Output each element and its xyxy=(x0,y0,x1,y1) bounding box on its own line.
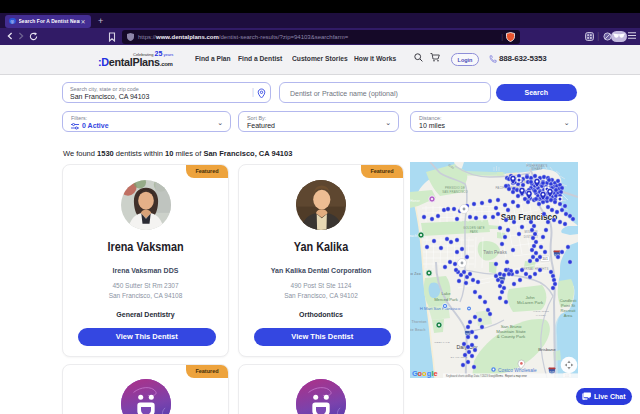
svg-text:WEST LAKE: WEST LAKE xyxy=(434,341,450,344)
svg-text:Terms: Terms xyxy=(496,374,504,378)
svg-text:WHARF: WHARF xyxy=(531,167,542,171)
svg-text:101: 101 xyxy=(542,257,548,261)
svg-text:VALLEY: VALLEY xyxy=(536,314,547,317)
svg-text:ate Beach: ate Beach xyxy=(410,328,426,332)
svg-text:co Zoo: co Zoo xyxy=(410,272,421,276)
svg-text:McLaren Park: McLaren Park xyxy=(517,300,544,305)
svg-text:GOLDEN GATE: GOLDEN GATE xyxy=(463,226,484,230)
svg-text:f Honor: f Honor xyxy=(410,199,421,203)
svg-text:e: e xyxy=(434,369,438,378)
svg-text:Keyboard shortcuts: Keyboard shortcuts xyxy=(446,374,469,378)
svg-text:Area: Area xyxy=(564,313,573,318)
svg-text:Merced Park: Merced Park xyxy=(434,297,459,302)
svg-text:Brisbane: Brisbane xyxy=(538,347,556,352)
svg-text:BERNAL HEIGHTS: BERNAL HEIGHTS xyxy=(521,267,548,271)
svg-text:Costco Wholesale: Costco Wholesale xyxy=(498,368,537,373)
svg-text:Map Data ©2023 Google: Map Data ©2023 Google xyxy=(468,374,497,378)
svg-text:Twin Peaks: Twin Peaks xyxy=(483,250,507,255)
svg-text:SAN FRANCISCO: SAN FRANCISCO xyxy=(442,190,468,194)
svg-text:PARK: PARK xyxy=(470,230,478,234)
svg-text:each: each xyxy=(410,234,417,238)
svg-text:Thornton: Thornton xyxy=(411,320,426,324)
svg-text:& County Park: & County Park xyxy=(497,334,526,339)
svg-text:Report a map error: Report a map error xyxy=(505,374,527,378)
svg-text:Lake: Lake xyxy=(441,291,451,296)
svg-text:H Mart San Francisco: H Mart San Francisco xyxy=(420,306,461,311)
